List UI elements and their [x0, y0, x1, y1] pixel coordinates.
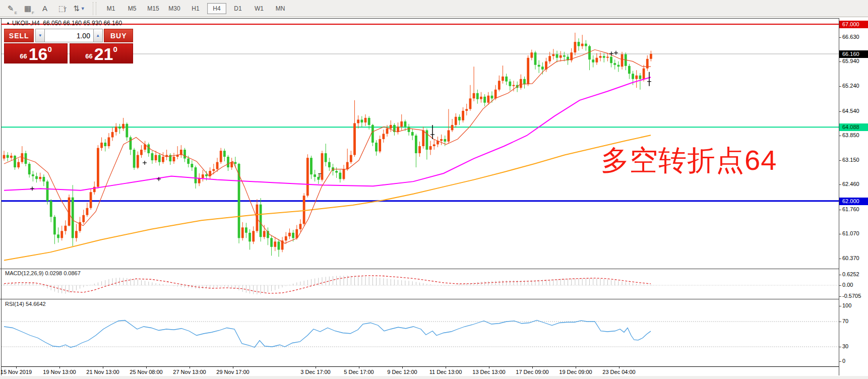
volume-input[interactable] — [45, 29, 93, 42]
volume-increase-button[interactable]: ▲ — [93, 29, 103, 42]
scale-tick — [839, 296, 841, 297]
rsi-canvas[interactable] — [2, 299, 839, 366]
time-tick-label: 23 Dec 04:00 — [602, 369, 635, 375]
text-label-glyph: A — [42, 4, 47, 13]
tab-timeframe-m1[interactable]: M1 — [101, 3, 120, 14]
scale-tick — [839, 347, 841, 347]
time-tick — [233, 367, 233, 368]
time-tick — [446, 367, 446, 368]
trading-terminal-window: ✎ E ▦ F A ⬚ T ⇅ ▼ M1 M5 M15 M30 H1 H4 D1… — [0, 0, 868, 379]
scale-tick — [839, 37, 841, 38]
time-tick — [103, 367, 103, 368]
grid-glyph: ▦ — [24, 4, 31, 13]
time-tick-label: 9 Dec 12:00 — [387, 369, 417, 375]
time-tick-label: 25 Nov 08:00 — [130, 369, 162, 375]
scale-tick — [839, 111, 841, 112]
time-tick — [359, 367, 359, 368]
scale-tick — [839, 160, 841, 161]
time-tick-label: 17 Dec 09:00 — [516, 369, 548, 375]
scale-tick-label: 64.540 — [842, 108, 859, 114]
symbol-label: UKOIl-,H4 — [12, 20, 40, 27]
rsi-label: RSI(14) 54.6642 — [5, 301, 46, 307]
time-tick — [59, 367, 60, 368]
time-tick — [402, 367, 403, 368]
arrows-glyph: ⇅ — [73, 4, 80, 13]
sell-button[interactable]: SELL — [4, 29, 34, 42]
tab-timeframe-m5[interactable]: M5 — [122, 3, 142, 14]
tab-timeframe-h1[interactable]: H1 — [186, 3, 205, 14]
crosshair-draw-icon[interactable]: ✎ E — [4, 3, 17, 15]
time-tick — [576, 367, 576, 368]
text-box-icon[interactable]: ⬚ T — [55, 3, 69, 15]
price-line-badge: 64.088 — [839, 123, 868, 131]
chart-text-annotation[interactable]: 多空转折点64 — [601, 142, 777, 180]
time-tick — [146, 367, 147, 368]
scale-tick — [839, 234, 841, 234]
time-tick-label: 29 Nov 17:00 — [216, 369, 249, 375]
crosshair-draw-glyph: ✎ — [8, 4, 14, 13]
time-tick-label: 27 Nov 13:00 — [173, 369, 206, 375]
time-tick-label: 13 Dec 13:00 — [472, 369, 505, 375]
scale-tick-label: 70 — [842, 318, 848, 324]
one-click-trade-panel: SELL ▼ ▲ BUY 66 16 0 66 21 0 — [4, 29, 133, 64]
time-tick — [316, 367, 316, 368]
buy-button[interactable]: BUY — [104, 29, 133, 42]
chart-window: ▲UKOIl-,H4 66.050 66.160 65.930 66.160 S… — [0, 17, 868, 376]
svg-text:T: T — [318, 172, 322, 178]
sell-price-pips: 16 — [29, 46, 48, 61]
scale-tick-label: 63.850 — [842, 132, 859, 138]
time-tick-label: 11 Dec 13:00 — [429, 369, 462, 375]
macd-label: MACD(12,26,9) 0.0298 0.0867 — [5, 270, 81, 276]
tab-timeframe-d1[interactable]: D1 — [228, 3, 247, 14]
scale-tick — [839, 210, 841, 210]
tab-timeframe-w1[interactable]: W1 — [250, 3, 269, 14]
time-tick-label: 3 Dec 17:00 — [300, 369, 330, 375]
scale-tick-label: 0.00 — [842, 282, 853, 288]
scale-tick-label: 61.070 — [842, 230, 859, 236]
time-tick — [619, 367, 619, 368]
scale-tick — [839, 184, 841, 185]
scale-tick-label: 61.760 — [842, 206, 859, 212]
buy-price-tile[interactable]: 66 21 0 — [70, 43, 133, 64]
time-axis[interactable]: 15 Nov 201919 Nov 13:0021 Nov 13:0025 No… — [2, 366, 839, 376]
scale-tick-label: -0.5705 — [842, 293, 861, 299]
time-tick — [16, 367, 17, 368]
buy-price-point: 0 — [113, 45, 117, 53]
grid-indicator-icon[interactable]: ▦ F — [21, 3, 34, 15]
scale-tick — [839, 275, 841, 275]
symbol-ohlc-readout: ▲UKOIl-,H4 66.050 66.160 65.930 66.160 — [6, 20, 122, 27]
scale-tick-label: 30 — [842, 343, 848, 349]
price-line-badge: 67.000 — [839, 21, 868, 28]
volume-decrease-button[interactable]: ▼ — [35, 29, 45, 42]
time-tick-label: 19 Dec 09:00 — [559, 369, 592, 375]
scale-tick-label: 0.6252 — [842, 271, 859, 277]
scale-tick — [839, 322, 841, 322]
window-bottom-edge — [0, 376, 868, 379]
toolbar-separator — [93, 2, 96, 15]
scale-tick — [839, 86, 841, 87]
chevron-down-icon[interactable]: ▼ — [81, 6, 85, 11]
toolbar: ✎ E ▦ F A ⬚ T ⇅ ▼ M1 M5 M15 M30 H1 H4 D1… — [0, 0, 868, 17]
buy-price-pips: 21 — [94, 46, 113, 61]
time-tick — [532, 367, 533, 368]
scale-tick-label: 65.240 — [842, 83, 859, 89]
collapse-triangle-icon[interactable]: ▲ — [6, 21, 10, 25]
tab-timeframe-mn[interactable]: MN — [271, 3, 290, 14]
sell-price-tile[interactable]: 66 16 0 — [4, 43, 68, 64]
text-label-icon[interactable]: A — [38, 3, 51, 15]
text-box-sub: T — [64, 7, 67, 13]
price-scale[interactable]: 66.63065.94065.24064.54063.85063.15062.4… — [839, 18, 868, 379]
time-tick — [190, 367, 190, 368]
arrows-objects-icon[interactable]: ⇅ ▼ — [73, 3, 86, 15]
tab-timeframe-m30[interactable]: M30 — [165, 3, 184, 14]
crosshair-draw-sub: E — [15, 11, 17, 15]
sell-price-whole: 66 — [20, 52, 27, 60]
sell-price-point: 0 — [47, 45, 51, 53]
scale-tick-label: 63.150 — [842, 157, 859, 163]
scale-tick-label: 60.370 — [842, 255, 859, 261]
scale-tick — [839, 61, 841, 62]
tab-timeframe-m15[interactable]: M15 — [144, 3, 163, 14]
scale-tick — [839, 361, 841, 362]
macd-canvas[interactable] — [2, 269, 839, 299]
tab-timeframe-h4[interactable]: H4 — [207, 3, 226, 14]
